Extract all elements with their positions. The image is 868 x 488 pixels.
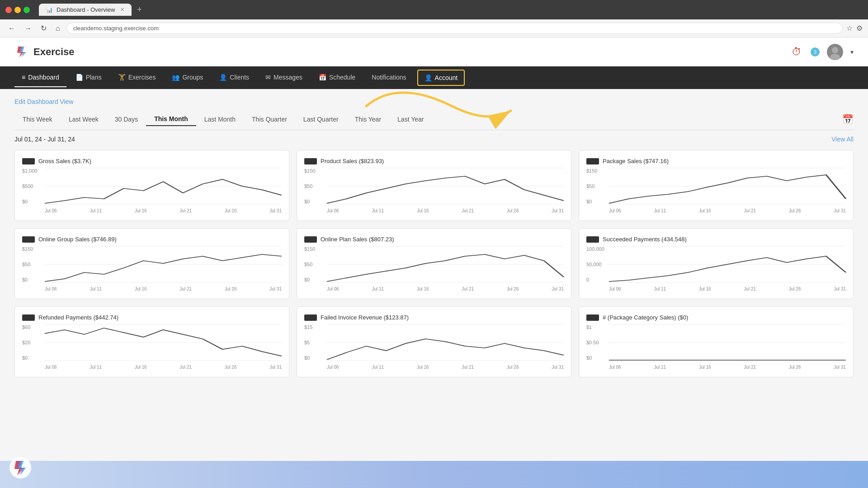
filter-30-days[interactable]: 30 Days: [107, 113, 146, 126]
header-right: ⏱ 3 ▾: [790, 44, 854, 60]
nav-label-exercises: Exercises: [128, 74, 156, 81]
nav-item-notifications[interactable]: Notifications: [364, 68, 413, 87]
chart-area-product-sales: $150$50$0 Jul 06Jul 11Jul 16Jul 21Jul 26…: [304, 168, 564, 213]
logo-icon: [14, 45, 29, 59]
nav-label-plans: Plans: [86, 74, 102, 81]
nav-item-exercises[interactable]: 🏋 Exercises: [111, 68, 163, 87]
chart-y-labels-online-group-sales: $150$50$0: [22, 246, 45, 282]
nav-item-groups[interactable]: 👥 Groups: [165, 68, 210, 87]
address-bar[interactable]: cleandemo.staging.exercise.com: [66, 23, 843, 34]
chart-package-category: # (Package Category Sales) ($0) $1$0.50$…: [579, 306, 854, 377]
chart-svg-area-package-sales: [609, 168, 846, 204]
calendar-icon[interactable]: 📅: [842, 114, 854, 125]
chart-svg-area-product-sales: [327, 168, 564, 204]
date-range-bar: Jul 01, 24 - Jul 31, 24 View All: [14, 136, 854, 143]
chart-area-refunded-payments: $60$20$0 Jul 06Jul 11Jul 16Jul 21Jul 26J…: [22, 324, 282, 370]
chart-title-package-category: # (Package Category Sales) ($0): [603, 314, 688, 321]
nav-item-messages[interactable]: ✉ Messages: [258, 68, 310, 87]
chart-legend-product-sales: [304, 158, 317, 164]
chart-y-labels-failed-invoice: $15$5$0: [304, 324, 327, 361]
nav-label-schedule: Schedule: [329, 74, 355, 81]
groups-icon: 👥: [172, 74, 179, 81]
traffic-light-yellow[interactable]: [14, 7, 21, 13]
chart-x-labels-failed-invoice: Jul 06Jul 11Jul 16Jul 21Jul 26Jul 31: [327, 365, 564, 370]
notification-badge[interactable]: 3: [811, 47, 820, 56]
nav-item-account[interactable]: 👤 Account: [417, 70, 465, 86]
timer-button[interactable]: ⏱: [790, 44, 803, 60]
edit-dashboard-link[interactable]: Edit Dashboard View: [14, 98, 854, 105]
nav-item-schedule[interactable]: 📅 Schedule: [311, 68, 363, 87]
chart-x-labels-gross-sales: Jul 06Jul 11Jul 16Jul 21Jul 26Jul 31: [45, 208, 282, 213]
main-content: Edit Dashboard View This Week Last Week …: [0, 89, 868, 386]
chart-title-product-sales: Product Sales ($823.93): [321, 158, 384, 164]
nav-label-notifications: Notifications: [372, 74, 406, 81]
filter-this-month[interactable]: This Month: [146, 113, 196, 126]
chart-product-sales: Product Sales ($823.93) $150$50$0: [297, 150, 571, 221]
exercises-icon: 🏋: [118, 74, 126, 81]
date-filter-bar: This Week Last Week 30 Days This Month L…: [14, 113, 854, 130]
chart-x-labels-succeeded-payments: Jul 06Jul 11Jul 16Jul 21Jul 26Jul 31: [609, 286, 846, 291]
logo[interactable]: Exercise: [14, 45, 75, 59]
filter-last-month[interactable]: Last Month: [196, 113, 244, 126]
chart-online-plan-sales: Online Plan Sales ($807.23) $150$50$0: [297, 228, 571, 299]
tab-favicon: 📊: [46, 7, 53, 13]
chart-x-labels-package-category: Jul 06Jul 11Jul 16Jul 21Jul 26Jul 31: [609, 365, 846, 370]
chart-x-labels-package-sales: Jul 06Jul 11Jul 16Jul 21Jul 26Jul 31: [609, 208, 846, 213]
chart-legend-online-plan-sales: [304, 236, 317, 243]
forward-button[interactable]: →: [22, 23, 34, 34]
filter-last-week[interactable]: Last Week: [61, 113, 107, 126]
app-header: Exercise ⏱ 3 ▾: [0, 38, 868, 66]
filter-this-year[interactable]: This Year: [347, 113, 389, 126]
logo-text: Exercise: [33, 46, 75, 58]
chart-y-labels-product-sales: $150$50$0: [304, 168, 327, 204]
nav-label-account: Account: [435, 74, 458, 81]
notification-count: 3: [814, 49, 816, 55]
dashboard-icon: ≡: [22, 74, 25, 81]
chart-svg-area-failed-invoice: [327, 324, 564, 361]
plans-icon: 📄: [75, 74, 83, 81]
filter-last-quarter[interactable]: Last Quarter: [295, 113, 347, 126]
tab-close-icon[interactable]: ✕: [120, 7, 124, 13]
chart-legend-failed-invoice: [304, 314, 317, 321]
chart-y-labels-gross-sales: $1,000$500$0: [22, 168, 45, 204]
tab-title: Dashboard - Overview: [57, 6, 115, 13]
traffic-light-red[interactable]: [5, 7, 12, 13]
charts-grid: Gross Sales ($3.7K) $1,000$500$0: [14, 150, 854, 377]
chart-x-labels-online-group-sales: Jul 06Jul 11Jul 16Jul 21Jul 26Jul 31: [45, 286, 282, 291]
browser-tab[interactable]: 📊 Dashboard - Overview ✕: [39, 4, 132, 16]
clients-icon: 👤: [219, 74, 227, 81]
filter-this-quarter[interactable]: This Quarter: [244, 113, 295, 126]
back-button[interactable]: ←: [5, 23, 18, 34]
user-dropdown-icon[interactable]: ▾: [850, 48, 854, 56]
chart-title-online-plan-sales: Online Plan Sales ($807.23): [321, 236, 394, 243]
schedule-icon: 📅: [319, 74, 326, 81]
chart-refunded-payments: Refunded Payments ($442.74) $60$20$0: [14, 306, 289, 377]
chart-area-online-group-sales: $150$50$0 Jul 06Jul 11Jul 16Jul 21Jul 26…: [22, 246, 282, 291]
chart-area-package-category: $1$0.50$0 Jul 06Jul 11Jul 16Jul 21Jul 26…: [586, 324, 846, 370]
chart-x-labels-refunded-payments: Jul 06Jul 11Jul 16Jul 21Jul 26Jul 31: [45, 365, 282, 370]
refresh-button[interactable]: ↻: [38, 22, 49, 34]
account-icon: 👤: [425, 74, 432, 81]
avatar[interactable]: [827, 44, 843, 60]
nav-item-clients[interactable]: 👤 Clients: [212, 68, 256, 87]
bookmark-icon[interactable]: ☆: [846, 24, 853, 33]
svg-marker-2: [19, 47, 25, 57]
home-button[interactable]: ⌂: [53, 23, 63, 34]
nav-item-dashboard[interactable]: ≡ Dashboard: [14, 68, 66, 87]
chart-legend-succeeded-payments: [586, 236, 599, 243]
svg-point-4: [832, 47, 838, 53]
extensions-icon[interactable]: ⚙: [856, 24, 863, 33]
url-text: cleandemo.staging.exercise.com: [73, 25, 159, 32]
filter-last-year[interactable]: Last Year: [389, 113, 432, 126]
nav-item-plans[interactable]: 📄 Plans: [68, 68, 109, 87]
traffic-light-green[interactable]: [24, 7, 30, 13]
chart-package-sales: Package Sales ($747.16) $150$50$0: [579, 150, 854, 221]
new-tab-button[interactable]: +: [133, 5, 146, 14]
view-all-link[interactable]: View All: [831, 136, 854, 143]
chart-area-failed-invoice: $15$5$0 Jul 06Jul 11Jul 16Jul 21Jul 26Ju…: [304, 324, 564, 370]
filter-this-week[interactable]: This Week: [14, 113, 61, 126]
chart-gross-sales: Gross Sales ($3.7K) $1,000$500$0: [14, 150, 289, 221]
chart-x-labels-product-sales: Jul 06Jul 11Jul 16Jul 21Jul 26Jul 31: [327, 208, 564, 213]
chart-svg-area-refunded-payments: [45, 324, 282, 361]
chart-title-gross-sales: Gross Sales ($3.7K): [38, 158, 91, 164]
